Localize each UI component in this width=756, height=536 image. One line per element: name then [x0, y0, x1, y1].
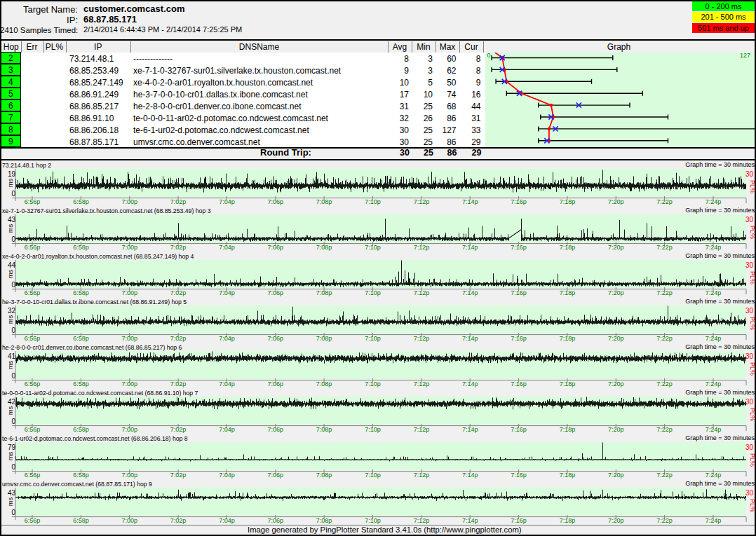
svg-text:7:12p: 7:12p [414, 517, 430, 524]
svg-text:7:20p: 7:20p [608, 244, 624, 251]
svg-text:30: 30 [745, 398, 754, 406]
svg-text:7:22p: 7:22p [656, 517, 673, 524]
svg-text:7:12p: 7:12p [414, 289, 430, 296]
svg-text:43: 43 [8, 489, 16, 497]
svg-text:6:56p: 6:56p [25, 244, 41, 251]
svg-text:6:58p: 6:58p [73, 289, 89, 296]
svg-text:7:06p: 7:06p [268, 380, 284, 387]
svg-text:7:04p: 7:04p [219, 380, 235, 387]
svg-text:7:02p: 7:02p [170, 335, 187, 342]
svg-text:7:02p: 7:02p [170, 472, 187, 479]
svg-text:0: 0 [11, 463, 15, 471]
svg-text:6:56p: 6:56p [25, 517, 41, 524]
svg-text:7:18p: 7:18p [560, 517, 576, 524]
svg-text:Graph time = 30 minutes: Graph time = 30 minutes [685, 389, 755, 396]
svg-text:6:56p: 6:56p [25, 472, 41, 479]
svg-text:7:10p: 7:10p [365, 472, 381, 479]
svg-text:7:06p: 7:06p [268, 472, 284, 479]
svg-text:7:14p: 7:14p [462, 517, 478, 524]
svg-text:Graph time = 30 minutes: Graph time = 30 minutes [685, 298, 755, 305]
svg-text:73.214.48.1 hop 2: 73.214.48.1 hop 2 [2, 162, 51, 169]
svg-text:Graph time = 30 minutes: Graph time = 30 minutes [685, 207, 755, 214]
svg-text:0: 0 [11, 235, 15, 243]
svg-text:7:20p: 7:20p [608, 472, 624, 479]
svg-text:7:08p: 7:08p [316, 426, 332, 433]
svg-text:7:22p: 7:22p [656, 289, 673, 296]
svg-text:7:12p: 7:12p [414, 380, 430, 387]
svg-text:7:24p: 7:24p [706, 335, 722, 342]
svg-text:30: 30 [745, 170, 754, 178]
svg-text:7:24p: 7:24p [706, 380, 722, 387]
svg-text:7:08p: 7:08p [316, 198, 332, 205]
svg-text:7:16p: 7:16p [511, 244, 527, 251]
svg-text:7:00p: 7:00p [121, 244, 137, 251]
svg-text:PL%: PL% [749, 317, 755, 330]
svg-text:41: 41 [8, 352, 16, 360]
svg-text:7:08p: 7:08p [316, 472, 332, 479]
svg-text:6:56p: 6:56p [25, 335, 41, 342]
svg-text:7:20p: 7:20p [608, 198, 624, 205]
svg-text:ms: ms [6, 269, 14, 278]
svg-text:79: 79 [8, 444, 16, 451]
svg-text:7:18p: 7:18p [560, 426, 576, 433]
svg-text:he-3-7-0-0-10-cr01.dallas.tx.i: he-3-7-0-0-10-cr01.dallas.tx.ibone.comca… [2, 298, 187, 305]
svg-text:7:04p: 7:04p [219, 198, 235, 205]
svg-text:7:08p: 7:08p [316, 289, 332, 296]
svg-text:7:20p: 7:20p [608, 335, 624, 342]
svg-text:7:12p: 7:12p [414, 244, 430, 251]
svg-text:7:10p: 7:10p [365, 517, 381, 524]
svg-text:7:00p: 7:00p [121, 426, 137, 433]
svg-text:7:18p: 7:18p [560, 198, 576, 205]
svg-text:0: 0 [11, 190, 15, 198]
svg-text:7:06p: 7:06p [268, 289, 284, 296]
svg-text:127: 127 [740, 53, 750, 59]
svg-text:6:58p: 6:58p [73, 380, 89, 387]
svg-text:7:24p: 7:24p [706, 472, 722, 479]
svg-text:7:16p: 7:16p [511, 426, 527, 433]
svg-text:ms: ms [6, 360, 14, 369]
svg-text:7:12p: 7:12p [414, 426, 430, 433]
svg-text:7:18p: 7:18p [560, 472, 576, 479]
svg-text:30: 30 [745, 352, 754, 360]
svg-text:6:56p: 6:56p [25, 198, 41, 205]
svg-text:7:04p: 7:04p [219, 289, 235, 296]
svg-text:7:10p: 7:10p [365, 380, 381, 387]
svg-text:7:12p: 7:12p [414, 472, 430, 479]
svg-text:te-6-1-ur02-d.potomac.co.ndcwe: te-6-1-ur02-d.potomac.co.ndcwest.comcast… [2, 435, 188, 442]
svg-text:7:18p: 7:18p [560, 244, 576, 251]
svg-text:ms: ms [6, 224, 14, 233]
svg-text:7:22p: 7:22p [656, 426, 673, 433]
svg-text:6:58p: 6:58p [73, 244, 89, 251]
svg-text:7:02p: 7:02p [170, 517, 187, 524]
svg-text:0: 0 [11, 509, 15, 516]
svg-text:7:24p: 7:24p [706, 198, 722, 205]
svg-text:7:10p: 7:10p [365, 335, 381, 342]
svg-text:7:08p: 7:08p [316, 335, 332, 342]
svg-text:7:02p: 7:02p [170, 198, 187, 205]
svg-text:42: 42 [8, 398, 16, 406]
svg-text:6:58p: 6:58p [73, 335, 89, 342]
svg-text:7:06p: 7:06p [268, 426, 284, 433]
svg-text:7:22p: 7:22p [656, 198, 673, 205]
svg-text:7:06p: 7:06p [268, 198, 284, 205]
svg-text:7:22p: 7:22p [656, 335, 673, 342]
svg-text:7:18p: 7:18p [560, 289, 576, 296]
svg-text:7:14p: 7:14p [462, 380, 478, 387]
svg-text:30: 30 [745, 216, 754, 224]
svg-text:7:08p: 7:08p [316, 244, 332, 251]
svg-text:7:16p: 7:16p [511, 517, 527, 524]
svg-text:Graph time = 30 minutes: Graph time = 30 minutes [685, 252, 755, 259]
svg-text:7:02p: 7:02p [170, 244, 187, 251]
svg-text:6:58p: 6:58p [73, 517, 89, 524]
svg-text:7:24p: 7:24p [706, 517, 722, 524]
svg-text:7:22p: 7:22p [656, 244, 673, 251]
svg-text:7:04p: 7:04p [219, 472, 235, 479]
svg-text:6:58p: 6:58p [73, 426, 89, 433]
svg-text:6:56p: 6:56p [25, 426, 41, 433]
svg-text:7:14p: 7:14p [462, 289, 478, 296]
svg-text:xe-7-1-0-32767-sur01.silverlak: xe-7-1-0-32767-sur01.silverlake.tx.houst… [2, 207, 211, 214]
svg-text:44: 44 [8, 261, 16, 269]
svg-text:30: 30 [745, 489, 754, 497]
svg-text:xe-4-0-2-0-ar01.royalton.tx.ho: xe-4-0-2-0-ar01.royalton.tx.houston.comc… [2, 253, 194, 260]
svg-text:7:00p: 7:00p [121, 289, 137, 296]
